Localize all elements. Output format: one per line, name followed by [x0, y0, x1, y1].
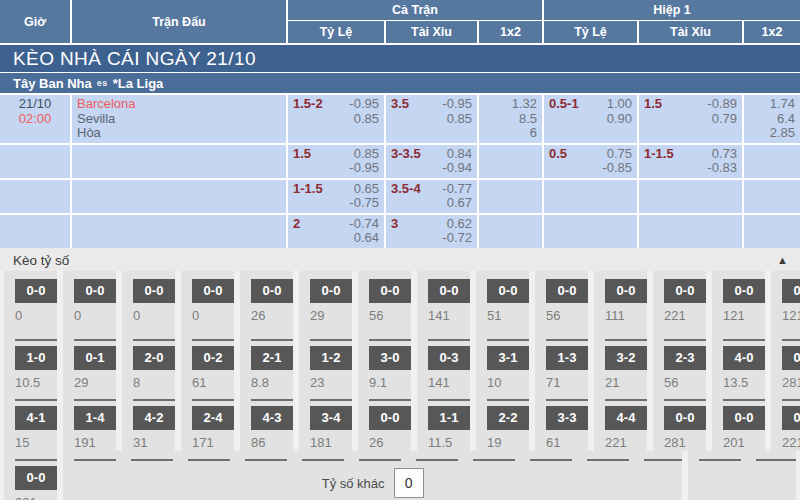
score-button[interactable]: 4-3	[251, 406, 293, 430]
ft-overunder-cell[interactable]: 3-3.50.84-0.94	[386, 145, 477, 178]
h1-handicap-cell[interactable]: 0.5-11.000.90	[544, 95, 637, 143]
ft-overunder-cell[interactable]: 3.5-0.950.85	[386, 95, 477, 143]
odds-value[interactable]: 0.75	[607, 147, 632, 162]
h1-overunder-cell[interactable]: 1.5-0.890.79	[639, 95, 742, 143]
odds-value[interactable]: 0.62	[447, 217, 472, 232]
ft-handicap-cell[interactable]: 1.5-2-0.950.85	[288, 95, 384, 143]
score-button[interactable]: 0-0	[664, 406, 706, 430]
score-button[interactable]: 0-0	[15, 279, 57, 303]
odds-value[interactable]: -0.72	[442, 231, 472, 246]
score-button[interactable]: 1-1	[428, 406, 470, 430]
h1-handicap-cell[interactable]: 0.50.75-0.85	[544, 145, 637, 178]
collapse-arrow-icon[interactable]: ▲	[777, 254, 788, 266]
score-button[interactable]: 1-4	[74, 406, 116, 430]
score-button[interactable]: 2-4	[192, 406, 234, 430]
odds-value[interactable]: -0.74	[349, 217, 379, 232]
score-button[interactable]: 0-0	[546, 279, 588, 303]
odds-value[interactable]: 6.4	[777, 112, 795, 127]
score-cell: 4-231	[122, 391, 175, 451]
score-button[interactable]: 4-2	[133, 406, 175, 430]
score-cell-inner: 1-371	[546, 339, 588, 390]
home-team[interactable]: Barcelona	[77, 97, 281, 112]
score-button[interactable]: 0-0	[428, 279, 470, 303]
score-button[interactable]: 2-0	[133, 346, 175, 370]
score-cell: 0-00	[181, 271, 234, 331]
odds-value[interactable]: -0.95	[349, 97, 379, 112]
score-button[interactable]: 0-0	[723, 279, 765, 303]
score-button[interactable]: 0-2	[192, 346, 234, 370]
odds-value[interactable]: -0.75	[349, 196, 379, 211]
score-odds: 11.5	[428, 435, 470, 450]
score-button[interactable]: 0-0	[782, 279, 800, 303]
score-button[interactable]: 0-0	[605, 279, 647, 303]
score-button[interactable]: 4-4	[605, 406, 647, 430]
score-button[interactable]: 3-1	[487, 346, 529, 370]
odds-value[interactable]: 6	[530, 126, 537, 141]
odds-value[interactable]: 1.00	[607, 97, 632, 112]
score-button[interactable]: 3-4	[310, 406, 352, 430]
score-button[interactable]: 0-4	[782, 346, 800, 370]
odds-value[interactable]: -0.95	[349, 161, 379, 176]
odds-value[interactable]: 8.5	[519, 112, 537, 127]
ft-handicap-cell[interactable]: 2-0.740.64	[288, 215, 384, 248]
score-button[interactable]: 4-1	[15, 406, 57, 430]
score-button[interactable]: 4-0	[723, 346, 765, 370]
score-cell-inner: 0-0281	[664, 399, 706, 450]
score-button[interactable]: 3-3	[546, 406, 588, 430]
score-button[interactable]: 0-0	[782, 406, 800, 430]
score-button[interactable]: 0-0	[192, 279, 234, 303]
other-score-input[interactable]: 0	[394, 468, 424, 498]
odds-value[interactable]: 0.85	[447, 112, 472, 127]
odds-value[interactable]: -0.83	[707, 161, 737, 176]
odds-value[interactable]: -0.89	[707, 97, 737, 112]
odds-value[interactable]: 2.85	[770, 126, 795, 141]
score-button[interactable]: 0-0	[723, 406, 765, 430]
h1-1x2-cell[interactable]: 1.746.42.85	[744, 95, 800, 143]
ft-overunder-cell[interactable]: 30.62-0.72	[386, 215, 477, 248]
odds-value[interactable]: 0.65	[354, 182, 379, 197]
score-odds: 171	[192, 435, 234, 450]
odds-value[interactable]: -0.77	[442, 182, 472, 197]
odds-value[interactable]: 0.85	[354, 112, 379, 127]
odds-value[interactable]: 0.85	[354, 147, 379, 162]
odds-value[interactable]: -0.95	[442, 97, 472, 112]
ft-handicap-cell[interactable]: 1-1.50.65-0.75	[288, 180, 384, 213]
odds-value[interactable]: 1.74	[770, 97, 795, 112]
odds-value[interactable]: 0.73	[712, 147, 737, 162]
score-button[interactable]: 0-0	[74, 279, 116, 303]
odds-value[interactable]: 0.64	[354, 231, 379, 246]
odds-value[interactable]: -0.94	[442, 161, 472, 176]
score-cell: 2-356	[653, 331, 706, 391]
odds-value[interactable]: 0.67	[447, 196, 472, 211]
score-button[interactable]: 0-0	[369, 406, 411, 430]
odds-value[interactable]: 0.84	[447, 147, 472, 162]
score-button[interactable]: 3-2	[605, 346, 647, 370]
score-button[interactable]: 0-0	[487, 279, 529, 303]
score-button[interactable]: 1-3	[546, 346, 588, 370]
score-odds: 26	[251, 308, 293, 323]
score-button[interactable]: 0-0	[15, 466, 57, 490]
ft-handicap-cell[interactable]: 1.50.85-0.95	[288, 145, 384, 178]
score-button[interactable]: 1-0	[15, 346, 57, 370]
odds-value[interactable]: 1.32	[512, 97, 537, 112]
score-button[interactable]: 0-1	[74, 346, 116, 370]
score-button[interactable]: 2-2	[487, 406, 529, 430]
score-button[interactable]: 0-0	[664, 279, 706, 303]
odds-value[interactable]: 0.90	[607, 112, 632, 127]
score-button[interactable]: 0-0	[310, 279, 352, 303]
score-button[interactable]: 0-3	[428, 346, 470, 370]
draw-label[interactable]: Hòa	[77, 126, 281, 141]
odds-value[interactable]: -0.85	[602, 161, 632, 176]
score-button[interactable]: 2-3	[664, 346, 706, 370]
away-team[interactable]: Sevilla	[77, 112, 281, 127]
ft-1x2-cell[interactable]: 1.328.56	[479, 95, 542, 143]
score-button[interactable]: 0-0	[251, 279, 293, 303]
score-button[interactable]: 0-0	[369, 279, 411, 303]
score-button[interactable]: 0-0	[133, 279, 175, 303]
score-button[interactable]: 3-0	[369, 346, 411, 370]
score-button[interactable]: 1-2	[310, 346, 352, 370]
score-button[interactable]: 2-1	[251, 346, 293, 370]
h1-overunder-cell[interactable]: 1-1.50.73-0.83	[639, 145, 742, 178]
odds-value[interactable]: 0.79	[712, 112, 737, 127]
ft-overunder-cell[interactable]: 3.5-4-0.770.67	[386, 180, 477, 213]
